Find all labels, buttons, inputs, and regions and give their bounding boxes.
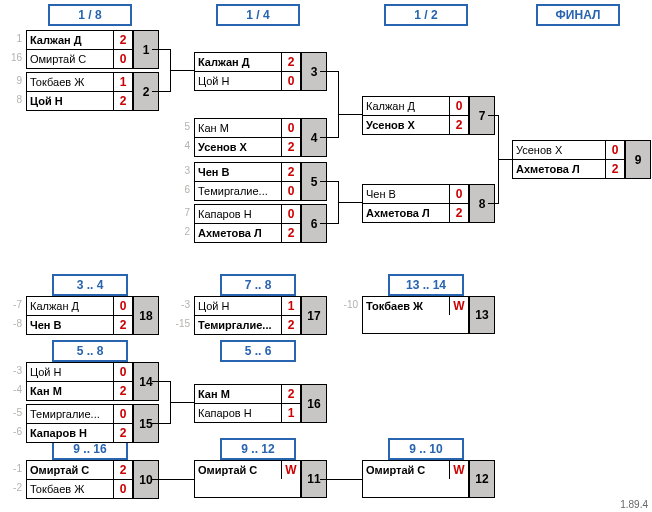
- score: 2: [114, 92, 132, 110]
- player-name: Токбаев Ж: [363, 297, 450, 315]
- match-body: Цой Н1Темиргалие...217: [194, 296, 327, 335]
- seed: 16: [6, 49, 22, 67]
- match-body: Калжан Д2Омиртай С01: [26, 30, 159, 69]
- player-name: Чен В: [363, 185, 450, 203]
- score: 2: [450, 204, 468, 222]
- score: 0: [282, 72, 300, 90]
- player-name: Темиргалие...: [195, 316, 282, 334]
- seed: 5: [174, 118, 190, 136]
- match-number: 16: [300, 385, 326, 422]
- bracket-connector: [320, 71, 338, 72]
- seed: 9: [6, 72, 22, 90]
- player-name: Цой Н: [195, 297, 282, 315]
- match-12: Омиртай СW12: [362, 460, 495, 498]
- player-name: Усенов Х: [513, 141, 606, 159]
- seed: -2: [6, 479, 22, 497]
- player-name: Калжан Д: [195, 53, 282, 71]
- player-name: Темиргалие...: [27, 405, 114, 423]
- sub-round-header: 5 .. 8: [52, 340, 128, 362]
- match-body: Калжан Д0Усенов Х27: [362, 96, 495, 135]
- score: 2: [282, 385, 300, 403]
- player-name: Чен В: [27, 316, 114, 334]
- bracket-connector: [170, 70, 194, 71]
- match-body: Усенов Х0Ахметова Л29: [512, 140, 651, 179]
- seed: -8: [6, 315, 22, 333]
- seed: -3: [174, 296, 190, 314]
- seed: -4: [6, 381, 22, 399]
- match-number: 18: [132, 297, 158, 334]
- match-number: 13: [468, 297, 494, 333]
- score: 2: [114, 424, 132, 442]
- match-5: 36Чен В2Темиргалие...05: [194, 162, 327, 201]
- score: 2: [282, 138, 300, 156]
- score: 0: [114, 363, 132, 381]
- seed: 7: [174, 204, 190, 222]
- sub-round-header: 9 .. 12: [220, 438, 296, 460]
- player-name: Калжан Д: [27, 297, 114, 315]
- player-name: Капаров Н: [195, 205, 282, 223]
- score: 0: [114, 405, 132, 423]
- round-header: ФИНАЛ: [536, 4, 620, 26]
- bracket-connector: [320, 137, 338, 138]
- score: 0: [114, 50, 132, 68]
- match-body: Капаров Н0Ахметова Л26: [194, 204, 327, 243]
- score: W: [450, 297, 468, 315]
- sub-round-header: 7 .. 8: [220, 274, 296, 296]
- player-name: Токбаев Ж: [27, 73, 114, 91]
- player-name: Темиргалие...: [195, 182, 282, 200]
- bracket-connector: [152, 423, 170, 424]
- match-14: -3-4Цой Н0Кан М214: [26, 362, 159, 401]
- match-4: 54Кан М0Усенов Х24: [194, 118, 327, 157]
- score: 1: [282, 297, 300, 315]
- match-17: -3-15Цой Н1Темиргалие...217: [194, 296, 327, 335]
- match-body: Цой Н0Кан М214: [26, 362, 159, 401]
- score: 0: [114, 297, 132, 315]
- player-name: Калжан Д: [27, 31, 114, 49]
- bracket-connector: [498, 159, 512, 160]
- seed: -7: [6, 296, 22, 314]
- match-9: Усенов Х0Ахметова Л29: [512, 140, 651, 179]
- score: 2: [114, 316, 132, 334]
- player-name: Омиртай С: [363, 461, 450, 479]
- match-1: 116Калжан Д2Омиртай С01: [26, 30, 159, 69]
- score: 1: [282, 404, 300, 422]
- match-number: 12: [468, 461, 494, 497]
- score: 0: [606, 141, 624, 159]
- seed: -3: [6, 362, 22, 380]
- seed: -6: [6, 423, 22, 441]
- score: W: [450, 461, 468, 479]
- seed: -10: [342, 296, 358, 314]
- player-name: Омиртай С: [27, 50, 114, 68]
- player-name: Омиртай С: [195, 461, 282, 479]
- player-name: Капаров Н: [27, 424, 114, 442]
- match-body: Токбаев Ж1Цой Н22: [26, 72, 159, 111]
- match-body: Темиргалие...0Капаров Н215: [26, 404, 159, 443]
- score: 1: [114, 73, 132, 91]
- match-body: Омиртай С2Токбаев Ж010: [26, 460, 159, 499]
- player-name: Ахметова Л: [363, 204, 450, 222]
- player-name: Токбаев Ж: [27, 480, 114, 498]
- bracket-connector: [170, 402, 194, 403]
- player-name: Кан М: [195, 119, 282, 137]
- score: 2: [282, 163, 300, 181]
- seed: -15: [174, 315, 190, 333]
- round-header: 1 / 4: [216, 4, 300, 26]
- match-8: Чен В0Ахметова Л28: [362, 184, 495, 223]
- match-15: -5-6Темиргалие...0Капаров Н215: [26, 404, 159, 443]
- player-name: Кан М: [27, 382, 114, 400]
- score: 0: [282, 205, 300, 223]
- sub-round-header: 3 .. 4: [52, 274, 128, 296]
- score: 2: [114, 31, 132, 49]
- version-footer: 1.89.4: [620, 499, 648, 510]
- sub-round-header: 5 .. 6: [220, 340, 296, 362]
- match-6: 72Капаров Н0Ахметова Л26: [194, 204, 327, 243]
- match-7: Калжан Д0Усенов Х27: [362, 96, 495, 135]
- match-13: -10Токбаев ЖW13: [362, 296, 495, 334]
- bracket-connector: [152, 381, 170, 382]
- match-number: 17: [300, 297, 326, 334]
- bracket-connector: [488, 115, 498, 116]
- sub-round-header: 9 .. 10: [388, 438, 464, 460]
- seed: 4: [174, 137, 190, 155]
- score: 2: [282, 316, 300, 334]
- score: 2: [606, 160, 624, 178]
